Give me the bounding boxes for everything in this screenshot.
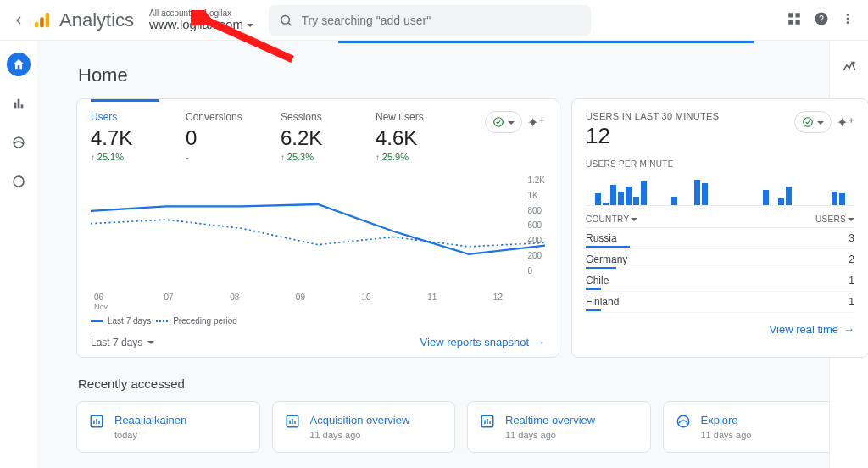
nav-advertising[interactable] <box>7 170 31 193</box>
chart-x-axis: 06Nov 070809101112 <box>91 291 545 311</box>
back-button[interactable] <box>7 8 31 32</box>
recent-card[interactable]: Explore11 days ago <box>663 401 847 453</box>
page-title: Home <box>78 64 846 86</box>
per-minute-chart <box>586 172 854 206</box>
svg-rect-6 <box>788 20 793 24</box>
chevron-down-icon <box>508 114 515 130</box>
recent-subtitle: 11 days ago <box>310 430 410 440</box>
account-name: www.logilax.com <box>149 18 243 32</box>
search-box[interactable] <box>269 5 591 36</box>
recent-title: Explore <box>701 414 752 426</box>
arrow-right-icon: → <box>534 336 545 348</box>
sort-icon[interactable] <box>848 218 854 221</box>
search-input[interactable] <box>302 14 581 27</box>
realtime-value: 12 <box>586 123 719 149</box>
svg-rect-7 <box>796 20 800 24</box>
analytics-logo-icon <box>32 11 51 30</box>
chevron-down-icon <box>147 337 154 348</box>
svg-rect-5 <box>796 13 800 17</box>
recent-card[interactable]: Acquisition overview11 days ago <box>272 401 456 453</box>
data-quality-pill[interactable] <box>485 111 522 133</box>
svg-point-20 <box>804 118 813 127</box>
chevron-down-icon <box>817 114 824 130</box>
table-row: Chile1 <box>586 270 854 292</box>
table-row: Finland1 <box>586 292 854 313</box>
svg-point-3 <box>281 15 290 24</box>
nav-home[interactable] <box>7 53 31 76</box>
bar-chart-icon <box>285 414 300 429</box>
arrow-right-icon: → <box>843 323 854 336</box>
svg-point-10 <box>847 14 849 16</box>
svg-point-11 <box>847 17 849 20</box>
metric-label: Conversions <box>186 111 253 123</box>
realtime-title: USERS IN LAST 30 MINUTES <box>586 111 719 121</box>
help-icon[interactable]: ? <box>814 11 829 30</box>
top-bar: Analytics All accounts > Logilax www.log… <box>0 0 868 41</box>
recent-subtitle: 11 days ago <box>701 430 752 440</box>
account-switcher[interactable]: All accounts > Logilax www.logilax.com <box>149 8 253 32</box>
recent-subtitle: 11 days ago <box>505 430 595 440</box>
recent-card[interactable]: Reaaliaikainentoday <box>76 401 260 453</box>
recent-card[interactable]: Realtime overview11 days ago <box>467 401 651 453</box>
svg-rect-14 <box>18 99 20 109</box>
recent-title: Realtime overview <box>505 414 595 426</box>
chevron-down-icon <box>247 18 253 32</box>
bar-chart-icon <box>480 414 495 429</box>
nav-reports[interactable] <box>7 92 31 115</box>
realtime-card: USERS IN LAST 30 MINUTES 12 ✦⁺ USERS PER… <box>571 98 868 358</box>
metric-value: 0 <box>186 126 253 150</box>
recently-accessed-title: Recently accessed <box>78 376 846 391</box>
metric-label: Users <box>91 111 159 123</box>
date-range-selector[interactable]: Last 7 days <box>91 337 154 348</box>
metric-value: 6.2K <box>281 126 348 150</box>
apps-icon[interactable] <box>787 11 802 30</box>
metric-delta: 25.9% <box>376 152 443 162</box>
insights-icon <box>842 59 857 75</box>
data-quality-pill[interactable] <box>794 111 832 133</box>
svg-point-19 <box>494 118 504 127</box>
arrow-left-icon <box>12 14 25 27</box>
chart-y-axis: 1.2K1K8006004002000 <box>527 176 545 276</box>
sparkle-icon[interactable]: ✦⁺ <box>837 114 854 131</box>
recent-title: Acquisition overview <box>310 414 410 426</box>
metric-delta: 25.1% <box>91 152 159 162</box>
table-row: Russia3 <box>586 228 854 249</box>
check-circle-icon <box>492 116 504 128</box>
svg-point-12 <box>847 21 849 24</box>
svg-text:?: ? <box>819 13 824 23</box>
left-nav <box>0 41 37 468</box>
svg-rect-2 <box>46 12 50 26</box>
metric-value: 4.6K <box>376 126 443 150</box>
chart-legend: Last 7 days Preceding period <box>91 316 545 326</box>
metric-newusers[interactable]: New users 4.6K 25.9% <box>376 111 443 162</box>
content-area: Home Users 4.7K 25.1% Conversions 0 - <box>37 41 868 468</box>
view-reports-link[interactable]: View reports snapshot→ <box>420 336 545 348</box>
metric-users[interactable]: Users 4.7K 25.1% <box>91 99 159 162</box>
metric-label: New users <box>376 111 443 123</box>
svg-rect-1 <box>40 17 44 27</box>
overview-chart: 1.2K1K8006004002000 <box>91 176 545 291</box>
metric-sessions[interactable]: Sessions 6.2K 25.3% <box>281 111 348 162</box>
metric-value: 4.7K <box>91 126 159 150</box>
overview-card: Users 4.7K 25.1% Conversions 0 - Session… <box>76 98 559 358</box>
more-icon[interactable] <box>841 12 854 29</box>
country-table: Russia3Germany2Chile1Finland1 <box>586 227 854 313</box>
recent-subtitle: today <box>114 430 186 440</box>
metric-label: Sessions <box>281 111 348 123</box>
svg-rect-13 <box>14 103 17 109</box>
svg-rect-4 <box>788 13 793 17</box>
view-realtime-link[interactable]: View real time→ <box>770 323 854 336</box>
nav-explore[interactable] <box>7 131 31 154</box>
metric-conversions[interactable]: Conversions 0 - <box>186 111 253 162</box>
brand-name: Analytics <box>59 9 134 31</box>
metric-delta: - <box>186 152 253 162</box>
metric-delta: 25.3% <box>281 152 348 162</box>
sort-icon[interactable] <box>631 218 637 221</box>
per-minute-label: USERS PER MINUTE <box>586 159 854 169</box>
svg-point-24 <box>677 415 689 427</box>
svg-rect-0 <box>35 21 39 26</box>
sparkle-icon[interactable]: ✦⁺ <box>527 114 545 131</box>
svg-rect-15 <box>21 104 24 108</box>
loading-indicator <box>338 41 754 43</box>
country-table-header: COUNTRY USERS <box>586 214 854 224</box>
